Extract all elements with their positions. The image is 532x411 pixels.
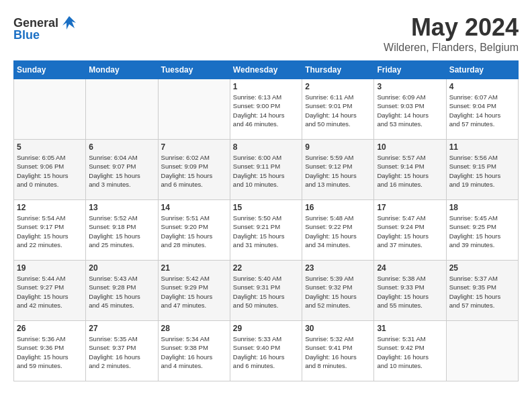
day-info: Sunrise: 6:09 AMSunset: 9:03 PMDaylight:…: [377, 93, 443, 128]
calendar-week-row: 19Sunrise: 5:44 AMSunset: 9:27 PMDayligh…: [14, 261, 519, 321]
calendar-day-cell: 29Sunrise: 5:33 AMSunset: 9:40 PMDayligh…: [230, 321, 302, 381]
day-number: 13: [89, 203, 154, 212]
day-info: Sunrise: 6:05 AMSunset: 9:06 PMDaylight:…: [17, 153, 83, 189]
day-of-week-header: Wednesday: [230, 61, 302, 79]
day-info: Sunrise: 5:32 AMSunset: 9:41 PMDaylight:…: [305, 334, 371, 370]
day-number: 6: [89, 142, 154, 152]
day-number: 2: [305, 82, 371, 91]
day-info: Sunrise: 6:00 AMSunset: 9:11 PMDaylight:…: [233, 153, 299, 189]
day-info: Sunrise: 5:52 AMSunset: 9:18 PMDaylight:…: [89, 214, 154, 249]
calendar-day-cell: 12Sunrise: 5:54 AMSunset: 9:17 PMDayligh…: [14, 200, 86, 261]
day-number: 7: [161, 142, 227, 152]
calendar-day-cell: 26Sunrise: 5:36 AMSunset: 9:36 PMDayligh…: [14, 321, 86, 381]
day-of-week-header: Thursday: [302, 61, 374, 79]
day-number: 26: [17, 324, 83, 333]
day-number: 28: [161, 324, 227, 333]
calendar-day-cell: 8Sunrise: 6:00 AMSunset: 9:11 PMDaylight…: [230, 140, 302, 200]
day-number: 5: [17, 142, 83, 152]
day-of-week-header: Saturday: [446, 61, 518, 79]
day-info: Sunrise: 5:54 AMSunset: 9:17 PMDaylight:…: [17, 214, 83, 249]
location-subtitle: Wilderen, Flanders, Belgium: [384, 42, 519, 54]
day-number: 23: [305, 263, 371, 273]
day-number: 12: [17, 203, 83, 212]
calendar-day-cell: 21Sunrise: 5:42 AMSunset: 9:29 PMDayligh…: [158, 261, 230, 321]
day-info: Sunrise: 5:59 AMSunset: 9:12 PMDaylight:…: [305, 153, 371, 189]
day-info: Sunrise: 6:04 AMSunset: 9:07 PMDaylight:…: [89, 153, 154, 189]
calendar-day-cell: [14, 79, 86, 140]
calendar-day-cell: 28Sunrise: 5:34 AMSunset: 9:38 PMDayligh…: [158, 321, 230, 381]
day-number: 27: [89, 324, 154, 333]
calendar-day-cell: 14Sunrise: 5:51 AMSunset: 9:20 PMDayligh…: [158, 200, 230, 261]
day-info: Sunrise: 5:45 AMSunset: 9:25 PMDaylight:…: [449, 214, 515, 249]
day-info: Sunrise: 6:11 AMSunset: 9:01 PMDaylight:…: [305, 93, 371, 128]
title-block: May 2024 Wilderen, Flanders, Belgium: [384, 13, 519, 54]
calendar-day-cell: 3Sunrise: 6:09 AMSunset: 9:03 PMDaylight…: [374, 79, 446, 140]
day-info: Sunrise: 5:47 AMSunset: 9:24 PMDaylight:…: [377, 214, 443, 249]
day-number: 25: [449, 263, 515, 273]
logo: General Blue: [13, 13, 79, 42]
calendar-day-cell: 5Sunrise: 6:05 AMSunset: 9:06 PMDaylight…: [14, 140, 86, 200]
day-of-week-header: Sunday: [14, 61, 86, 79]
calendar-day-cell: 7Sunrise: 6:02 AMSunset: 9:09 PMDaylight…: [158, 140, 230, 200]
calendar-day-cell: 13Sunrise: 5:52 AMSunset: 9:18 PMDayligh…: [86, 200, 158, 261]
day-number: 4: [449, 82, 515, 91]
svg-marker-0: [62, 16, 76, 30]
day-number: 31: [377, 324, 443, 333]
day-number: 22: [233, 263, 299, 273]
logo-blue-text: Blue: [13, 28, 40, 42]
day-number: 1: [233, 82, 299, 91]
day-number: 8: [233, 142, 299, 152]
day-info: Sunrise: 5:44 AMSunset: 9:27 PMDaylight:…: [17, 274, 83, 310]
day-number: 3: [377, 82, 443, 91]
calendar-week-row: 5Sunrise: 6:05 AMSunset: 9:06 PMDaylight…: [14, 140, 519, 200]
day-info: Sunrise: 5:33 AMSunset: 9:40 PMDaylight:…: [233, 334, 299, 370]
day-number: 16: [305, 203, 371, 212]
calendar-day-cell: 20Sunrise: 5:43 AMSunset: 9:28 PMDayligh…: [86, 261, 158, 321]
calendar-day-cell: 27Sunrise: 5:35 AMSunset: 9:37 PMDayligh…: [86, 321, 158, 381]
calendar-day-cell: 6Sunrise: 6:04 AMSunset: 9:07 PMDaylight…: [86, 140, 158, 200]
calendar-day-cell: [446, 321, 518, 381]
day-number: 10: [377, 142, 443, 152]
day-info: Sunrise: 5:50 AMSunset: 9:21 PMDaylight:…: [233, 214, 299, 249]
calendar-day-cell: 4Sunrise: 6:07 AMSunset: 9:04 PMDaylight…: [446, 79, 518, 140]
calendar-day-cell: 25Sunrise: 5:37 AMSunset: 9:35 PMDayligh…: [446, 261, 518, 321]
month-title: May 2024: [384, 13, 519, 42]
day-info: Sunrise: 5:38 AMSunset: 9:33 PMDaylight:…: [377, 274, 443, 310]
day-info: Sunrise: 5:39 AMSunset: 9:32 PMDaylight:…: [305, 274, 371, 310]
calendar-day-cell: 10Sunrise: 5:57 AMSunset: 9:14 PMDayligh…: [374, 140, 446, 200]
day-number: 11: [449, 142, 515, 152]
day-number: 19: [17, 263, 83, 273]
calendar-day-cell: 11Sunrise: 5:56 AMSunset: 9:15 PMDayligh…: [446, 140, 518, 200]
day-info: Sunrise: 5:43 AMSunset: 9:28 PMDaylight:…: [89, 274, 154, 310]
day-info: Sunrise: 5:48 AMSunset: 9:22 PMDaylight:…: [305, 214, 371, 249]
calendar-day-cell: 17Sunrise: 5:47 AMSunset: 9:24 PMDayligh…: [374, 200, 446, 261]
day-number: 21: [161, 263, 227, 273]
calendar-day-cell: 22Sunrise: 5:40 AMSunset: 9:31 PMDayligh…: [230, 261, 302, 321]
day-info: Sunrise: 5:37 AMSunset: 9:35 PMDaylight:…: [449, 274, 515, 310]
calendar-table: SundayMondayTuesdayWednesdayThursdayFrid…: [13, 60, 519, 381]
calendar-day-cell: 18Sunrise: 5:45 AMSunset: 9:25 PMDayligh…: [446, 200, 518, 261]
day-number: 24: [377, 263, 443, 273]
day-info: Sunrise: 5:51 AMSunset: 9:20 PMDaylight:…: [161, 214, 227, 249]
calendar-day-cell: 2Sunrise: 6:11 AMSunset: 9:01 PMDaylight…: [302, 79, 374, 140]
day-of-week-header: Friday: [374, 61, 446, 79]
day-info: Sunrise: 5:36 AMSunset: 9:36 PMDaylight:…: [17, 334, 83, 370]
day-number: 15: [233, 203, 299, 212]
day-info: Sunrise: 5:34 AMSunset: 9:38 PMDaylight:…: [161, 334, 227, 370]
day-number: 20: [89, 263, 154, 273]
calendar-day-cell: 19Sunrise: 5:44 AMSunset: 9:27 PMDayligh…: [14, 261, 86, 321]
calendar-day-cell: 23Sunrise: 5:39 AMSunset: 9:32 PMDayligh…: [302, 261, 374, 321]
calendar-day-cell: [158, 79, 230, 140]
day-number: 30: [305, 324, 371, 333]
calendar-day-cell: 24Sunrise: 5:38 AMSunset: 9:33 PMDayligh…: [374, 261, 446, 321]
calendar-day-cell: 9Sunrise: 5:59 AMSunset: 9:12 PMDaylight…: [302, 140, 374, 200]
calendar-week-row: 12Sunrise: 5:54 AMSunset: 9:17 PMDayligh…: [14, 200, 519, 261]
day-number: 18: [449, 203, 515, 212]
day-info: Sunrise: 5:56 AMSunset: 9:15 PMDaylight:…: [449, 153, 515, 189]
logo-bird-icon: [60, 13, 79, 32]
day-info: Sunrise: 6:13 AMSunset: 9:00 PMDaylight:…: [233, 93, 299, 128]
day-info: Sunrise: 5:35 AMSunset: 9:37 PMDaylight:…: [89, 334, 154, 370]
day-of-week-header: Monday: [86, 61, 158, 79]
calendar-day-cell: 30Sunrise: 5:32 AMSunset: 9:41 PMDayligh…: [302, 321, 374, 381]
day-info: Sunrise: 5:40 AMSunset: 9:31 PMDaylight:…: [233, 274, 299, 310]
